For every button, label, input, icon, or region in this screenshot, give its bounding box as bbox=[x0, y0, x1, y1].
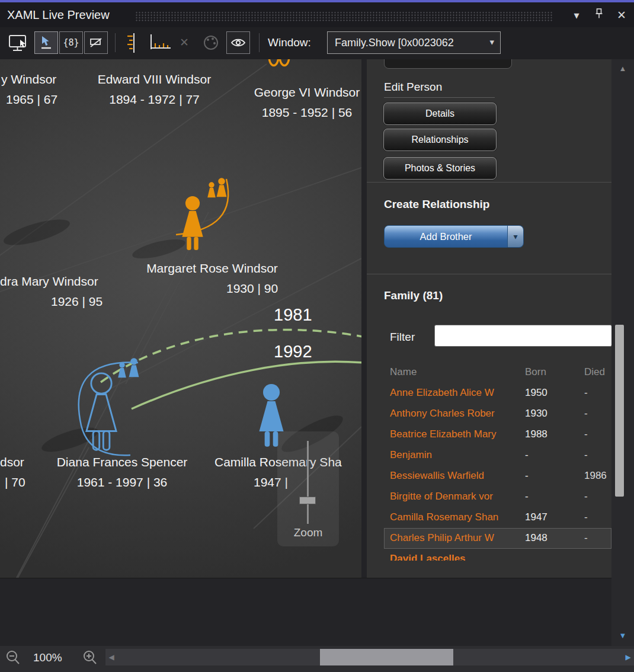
select-element-button[interactable] bbox=[34, 31, 58, 54]
family-row[interactable]: Anne Elizabeth Alice W 1950 - bbox=[384, 383, 611, 404]
family-row[interactable]: Birgitte of Denmark vor - - bbox=[384, 487, 611, 507]
family-count-title: Family (81) bbox=[384, 289, 443, 302]
details-button[interactable]: Details bbox=[383, 103, 497, 125]
person-node-dates: 1961 - 1997 | 36 bbox=[45, 475, 199, 489]
panel-divider bbox=[361, 59, 367, 578]
orange-family-group-icon bbox=[207, 178, 226, 197]
family-row[interactable]: Anthony Charles Rober 1930 - bbox=[384, 404, 611, 424]
toolbar-separator bbox=[259, 33, 260, 52]
vertical-scrollbar-thumb[interactable] bbox=[615, 325, 624, 497]
screen-picker-icon[interactable] bbox=[7, 31, 31, 54]
edit-person-title: Edit Person bbox=[384, 81, 442, 94]
add-brother-dropdown[interactable]: ▾ bbox=[508, 225, 524, 248]
scroll-right-icon[interactable]: ▶ bbox=[622, 649, 634, 665]
zoom-in-icon[interactable] bbox=[82, 649, 98, 668]
figure-shadows bbox=[1, 215, 347, 459]
photos-stories-button[interactable]: Photos & Stories bbox=[383, 157, 497, 180]
chevron-down-icon: ▾ bbox=[513, 232, 517, 241]
hanger-icon bbox=[269, 59, 289, 66]
zoom-slider-thumb[interactable] bbox=[299, 497, 316, 504]
zoom-out-icon[interactable] bbox=[5, 649, 21, 668]
person-node-name[interactable]: dra Mary Windsor bbox=[0, 274, 98, 289]
window-selector-value: Family.Show [0x0023062 bbox=[335, 37, 454, 49]
drag-grip-dots[interactable] bbox=[135, 11, 553, 21]
horizontal-ruler-icon[interactable] bbox=[148, 31, 173, 54]
person-node-dates: 1895 - 1952 | 56 bbox=[236, 105, 361, 120]
remove-x-icon[interactable]: ✕ bbox=[175, 31, 193, 54]
binding-braces-button[interactable]: {8} bbox=[59, 31, 83, 54]
person-node-name[interactable]: Edward VIII Windsor bbox=[88, 72, 221, 87]
zoom-slider-panel: Zoom bbox=[277, 431, 339, 546]
close-icon[interactable]: ✕ bbox=[614, 7, 629, 24]
chevron-down-icon: ▾ bbox=[489, 37, 494, 47]
chevron-down-icon[interactable]: ▾ bbox=[569, 7, 584, 24]
layout-adorner-button[interactable] bbox=[84, 31, 108, 54]
relationships-button[interactable]: Relationships bbox=[383, 129, 497, 151]
empty-region bbox=[0, 578, 611, 646]
column-header-born[interactable]: Born bbox=[525, 366, 546, 378]
color-palette-icon[interactable] bbox=[200, 31, 222, 54]
column-header-name[interactable]: Name bbox=[390, 366, 417, 378]
zoom-percentage: 100% bbox=[33, 651, 62, 664]
marriage-curve bbox=[132, 361, 361, 409]
person-node-dates: 1965 | 67 bbox=[6, 92, 57, 107]
vertical-ruler-icon[interactable] bbox=[122, 31, 142, 54]
section-separator bbox=[367, 274, 611, 274]
family-row[interactable]: Beatrice Elizabeth Mary 1988 - bbox=[384, 424, 611, 445]
eye-preview-button[interactable] bbox=[226, 31, 250, 54]
person-node-dates: | 70 bbox=[5, 475, 25, 489]
section-separator bbox=[367, 182, 611, 183]
window-selector-label: Window: bbox=[268, 36, 311, 49]
scroll-left-icon[interactable]: ◀ bbox=[105, 649, 117, 665]
person-node-name[interactable]: dsor bbox=[0, 455, 24, 469]
titlebar: XAML Live Preview ▾ ✕ bbox=[0, 0, 634, 27]
column-header-died[interactable]: Died bbox=[584, 366, 605, 378]
person-node-dates: 1894 - 1972 | 77 bbox=[88, 92, 221, 107]
toolbar: {8} ✕ Window: Family.Show [0x0023062 ▾ bbox=[0, 27, 634, 59]
marriage-year-label: 1992 bbox=[274, 342, 312, 361]
horizontal-scrollbar-thumb[interactable] bbox=[320, 649, 453, 665]
person-node-dates: 1926 | 95 bbox=[51, 295, 103, 309]
person-node-name[interactable]: Diana Frances Spencer bbox=[45, 455, 199, 469]
family-list: Anne Elizabeth Alice W 1950 - Anthony Ch… bbox=[367, 383, 611, 561]
family-row[interactable]: Benjamin - - bbox=[384, 445, 611, 466]
person-details-panel: Edit Person Details Relationships Photos… bbox=[367, 59, 611, 578]
scroll-down-icon[interactable]: ▼ bbox=[611, 631, 634, 640]
pin-icon[interactable] bbox=[591, 7, 607, 24]
window-selector-dropdown[interactable]: Family.Show [0x0023062 ▾ bbox=[327, 31, 501, 54]
partial-scrolled-button bbox=[384, 59, 512, 69]
scroll-up-icon[interactable]: ▲ bbox=[611, 64, 634, 73]
xaml-preview-canvas[interactable]: y Windsor 1965 | 67 Edward VIII Windsor … bbox=[0, 59, 361, 578]
person-node-name[interactable]: George VI Windsor bbox=[236, 85, 361, 100]
add-brother-button[interactable]: Add Brother bbox=[384, 225, 508, 248]
toolbar-separator bbox=[115, 33, 116, 52]
horizontal-scrollbar[interactable]: ◀ ▶ bbox=[105, 649, 634, 665]
zoom-slider-label: Zoom bbox=[277, 526, 339, 539]
family-row[interactable]: Camilla Rosemary Shan 1947 - bbox=[384, 507, 611, 528]
person-node-name[interactable]: Margaret Rose Windsor bbox=[135, 261, 289, 276]
family-row-selected[interactable]: Charles Philip Arthur W 1948 - bbox=[384, 528, 611, 549]
section-underline bbox=[384, 97, 495, 98]
person-node-dates: 1930 | 90 bbox=[226, 281, 278, 296]
zoom-slider-track[interactable] bbox=[307, 441, 309, 524]
blue-family-group-icon bbox=[118, 358, 139, 377]
statusbar: 100% ◀ ▶ bbox=[0, 646, 634, 672]
filter-input[interactable] bbox=[434, 325, 611, 347]
marriage-year-label: 1981 bbox=[274, 305, 312, 325]
family-row[interactable]: Bessiewallis Warfield - 1986 bbox=[384, 466, 611, 487]
window-title: XAML Live Preview bbox=[7, 8, 110, 22]
vertical-scrollbar[interactable]: ▲ ▼ bbox=[611, 59, 634, 646]
create-relationship-title: Create Relationship bbox=[384, 198, 489, 211]
filter-label: Filter bbox=[390, 331, 415, 344]
family-row[interactable]: David Lascelles bbox=[384, 549, 611, 561]
person-node-name[interactable]: y Windsor bbox=[1, 72, 56, 87]
